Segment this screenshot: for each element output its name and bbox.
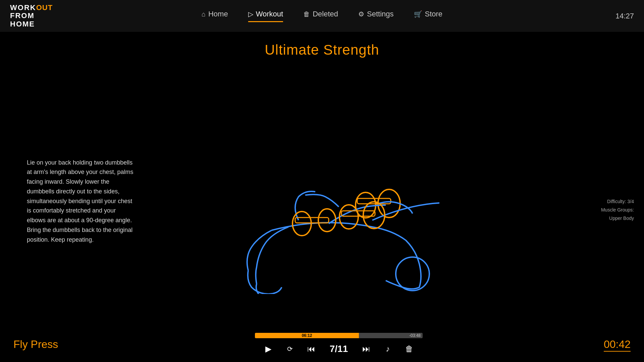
logo-out: OUT <box>36 4 53 12</box>
main-nav: ⌂ Home ▷ Workout 🗑 Deleted ⚙ Settings 🛒 … <box>202 10 442 22</box>
progress-elapsed: 06:12 <box>255 333 359 338</box>
header: WORKOUT FROM HOME ⌂ Home ▷ Workout 🗑 Del… <box>0 0 644 32</box>
prev-icon: ⏮ <box>307 344 315 354</box>
countdown-timer: 00:42 <box>580 338 631 351</box>
logo-from: FROM <box>10 12 53 20</box>
replay-button[interactable]: ⟳ <box>282 342 297 356</box>
svg-point-0 <box>396 257 429 291</box>
exercise-area: Lie on your back holding two dumbbells a… <box>0 58 644 362</box>
progress-bar[interactable]: 06:12 -03:48 <box>255 333 423 338</box>
system-clock: 14:27 <box>615 12 634 20</box>
play-button[interactable]: ▶ <box>261 342 276 356</box>
difficulty-label: Difficulty: 3/4 <box>601 197 634 206</box>
prev-button[interactable]: ⏮ <box>304 342 319 356</box>
nav-deleted-label: Deleted <box>313 10 338 18</box>
svg-point-8 <box>339 205 358 229</box>
cart-icon: 🛒 <box>414 10 422 18</box>
nav-workout-label: Workout <box>256 10 283 18</box>
player-section: 06:12 -03:48 ▶ ⟳ ⏮ 7/11 ⏭ ♪ <box>97 333 580 356</box>
nav-home-label: Home <box>208 10 228 18</box>
music-button[interactable]: ♪ <box>380 342 395 356</box>
logo-work: WORK <box>10 4 36 12</box>
play-icon: ▷ <box>248 10 253 18</box>
replay-icon: ⟳ <box>287 345 293 353</box>
gear-icon: ⚙ <box>358 10 364 18</box>
play-icon: ▶ <box>265 344 271 354</box>
progress-remaining: -03:48 <box>359 333 423 338</box>
nav-workout[interactable]: ▷ Workout <box>248 10 283 22</box>
muscle-group-label: Muscle Groups: <box>601 206 634 214</box>
nav-deleted[interactable]: 🗑 Deleted <box>303 10 338 22</box>
next-icon: ⏭ <box>362 344 370 354</box>
difficulty-info: Difficulty: 3/4 Muscle Groups: Upper Bod… <box>601 197 634 223</box>
exercise-animation <box>205 126 439 294</box>
nav-store-label: Store <box>425 10 443 18</box>
nav-settings-label: Settings <box>367 10 394 18</box>
exercise-counter: 7/11 <box>325 344 352 354</box>
bottom-bar: Fly Press 06:12 -03:48 ▶ ⟳ ⏮ 7/11 <box>0 327 644 362</box>
difficulty-text: Difficulty: <box>607 199 627 204</box>
nav-settings[interactable]: ⚙ Settings <box>358 10 394 22</box>
exercise-description: Lie on your back holding two dumbbells a… <box>27 158 134 245</box>
trash-icon: 🗑 <box>303 10 310 18</box>
next-button[interactable]: ⏭ <box>359 342 374 356</box>
muscle-group-value: Upper Body <box>601 214 634 223</box>
timer-value: 00:42 <box>604 338 631 352</box>
delete-button[interactable]: 🗑 <box>402 342 417 356</box>
difficulty-value: 3/4 <box>628 199 634 204</box>
nav-store[interactable]: 🛒 Store <box>414 10 443 22</box>
logo-home: HOME <box>10 20 53 28</box>
exercise-name: Fly Press <box>13 338 97 351</box>
workout-title: Ultimate Strength <box>265 42 379 58</box>
nav-home[interactable]: ⌂ Home <box>202 10 228 22</box>
music-icon: ♪ <box>386 344 390 354</box>
logo: WORKOUT FROM HOME <box>10 4 53 28</box>
playback-controls: ▶ ⟳ ⏮ 7/11 ⏭ ♪ 🗑 <box>261 342 417 356</box>
main-content: Ultimate Strength Lie on your back holdi… <box>0 32 644 362</box>
home-icon: ⌂ <box>202 10 206 18</box>
delete-icon: 🗑 <box>405 344 413 354</box>
